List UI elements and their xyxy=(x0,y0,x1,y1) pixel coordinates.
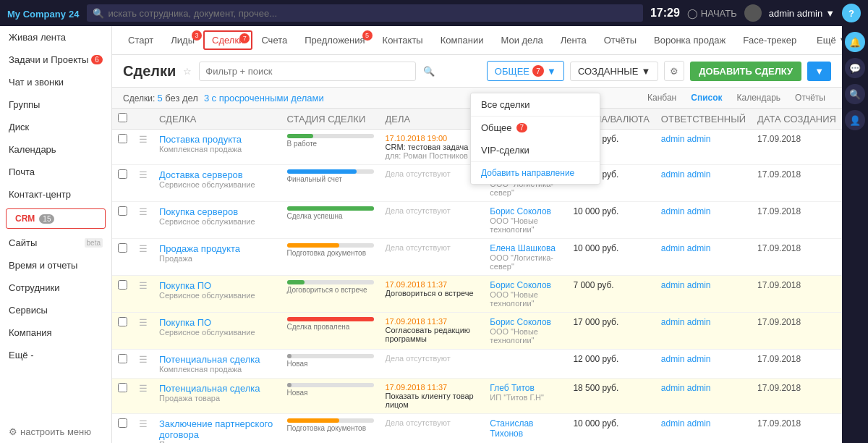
responsible[interactable]: admin admin xyxy=(655,239,752,276)
responsible[interactable]: admin admin xyxy=(655,130,752,165)
deal-name[interactable]: Покупка ПО xyxy=(159,280,276,291)
calendar-view-button[interactable]: Календарь xyxy=(731,90,787,105)
sidebar-item-crm[interactable]: CRM 15 xyxy=(6,208,106,229)
search-icon-right[interactable]: 🔍 xyxy=(845,84,865,104)
responsible[interactable]: admin admin xyxy=(655,379,752,414)
row-checkbox[interactable] xyxy=(118,418,127,428)
user-menu[interactable]: admin admin ▼ xyxy=(769,8,835,19)
sidebar-item-calendar[interactable]: Календарь xyxy=(0,138,111,161)
tab-facetrack[interactable]: Face-трекер xyxy=(734,29,805,51)
client-name[interactable]: Борис Соколов xyxy=(490,280,561,290)
start-timer[interactable]: ◯ НАЧАТЬ xyxy=(687,8,737,19)
row-menu-icon[interactable]: ☰ xyxy=(139,169,148,180)
tab-funnel[interactable]: Воронка продаж xyxy=(645,29,734,51)
sidebar-item-services[interactable]: Сервисы xyxy=(0,299,111,321)
sidebar-item-time[interactable]: Время и отчеты xyxy=(0,254,111,277)
tab-deals[interactable]: Сделки 7 xyxy=(203,30,252,50)
deal-name[interactable]: Покупка ПО xyxy=(159,317,276,328)
favorite-icon[interactable]: ☆ xyxy=(183,66,192,77)
sidebar-item-company[interactable]: Компания xyxy=(0,321,111,344)
task-date[interactable]: 17.09.2018 11:37 xyxy=(386,383,479,392)
dropdown-item-common[interactable]: Общее 7 xyxy=(471,117,600,139)
tab-mydeals[interactable]: Мои дела xyxy=(492,29,551,51)
client-name[interactable]: Елена Шашкова xyxy=(490,243,561,253)
responsible[interactable]: admin admin xyxy=(655,414,752,444)
messages-icon[interactable]: 💬 xyxy=(845,58,865,78)
client-name[interactable]: Станислав Тихонов xyxy=(490,418,561,439)
deal-name[interactable]: Поставка продукта xyxy=(159,134,276,145)
tab-reports[interactable]: Отчёты xyxy=(595,29,645,51)
sidebar-item-chat[interactable]: Чат и звонки xyxy=(0,71,111,93)
tab-contacts[interactable]: Контакты xyxy=(374,29,432,51)
dropdown-item-all[interactable]: Все сделки xyxy=(471,93,600,116)
row-menu-icon[interactable]: ☰ xyxy=(139,354,148,365)
row-menu-icon[interactable]: ☰ xyxy=(139,243,148,254)
row-menu-icon[interactable]: ☰ xyxy=(139,317,148,328)
row-checkbox[interactable] xyxy=(118,169,127,179)
tab-start[interactable]: Старт xyxy=(119,29,162,51)
row-menu-icon[interactable]: ☰ xyxy=(139,134,148,145)
list-view-button[interactable]: Список xyxy=(685,90,728,105)
dropdown-item-vip[interactable]: VIP-сделки xyxy=(471,139,600,161)
responsible[interactable]: admin admin xyxy=(655,276,752,313)
sidebar-item-employees[interactable]: Сотрудники xyxy=(0,277,111,299)
user-icon[interactable]: 👤 xyxy=(845,110,865,130)
task-date[interactable]: 17.09.2018 11:37 xyxy=(386,317,479,326)
global-search[interactable]: 🔍 xyxy=(87,4,643,22)
row-menu-icon[interactable]: ☰ xyxy=(139,383,148,394)
help-button[interactable]: ? xyxy=(842,4,861,22)
deal-name[interactable]: Потенциальная сделка xyxy=(159,383,276,394)
row-menu-icon[interactable]: ☰ xyxy=(139,418,148,429)
overdue-link[interactable]: 3 с просроченными делами xyxy=(204,93,324,104)
row-checkbox[interactable] xyxy=(118,243,127,253)
company-logo[interactable]: My Company 24 xyxy=(7,7,80,20)
common-filter-button[interactable]: ОБЩЕЕ 7 ▼ xyxy=(487,61,564,81)
tab-companies[interactable]: Компании xyxy=(432,29,493,51)
client-name[interactable]: Борис Соколов xyxy=(490,206,561,216)
sidebar-item-mail[interactable]: Почта xyxy=(0,161,111,183)
deal-name[interactable]: Потенциальная сделка xyxy=(159,354,276,365)
tab-more[interactable]: Ещё ▼ xyxy=(808,29,842,51)
task-date[interactable]: 17.10.2018 19:00 xyxy=(386,134,479,143)
deal-name[interactable]: Доставка серверов xyxy=(159,169,276,180)
sidebar-item-sites[interactable]: Сайты beta xyxy=(0,232,111,254)
add-deal-button[interactable]: ДОБАВИТЬ СДЕЛКУ xyxy=(690,62,801,81)
responsible[interactable]: admin admin xyxy=(655,165,752,202)
created-filter-button[interactable]: СОЗДАННЫЕ ▼ xyxy=(570,62,658,81)
sidebar-item-feed[interactable]: Живая лента xyxy=(0,26,111,48)
row-checkbox[interactable] xyxy=(118,317,127,326)
row-menu-icon[interactable]: ☰ xyxy=(139,206,148,217)
row-checkbox[interactable] xyxy=(118,206,127,216)
sidebar-item-groups[interactable]: Группы xyxy=(0,93,111,116)
row-checkbox[interactable] xyxy=(118,280,127,290)
dropdown-add-direction[interactable]: Добавить направление xyxy=(471,162,600,184)
select-all-checkbox[interactable] xyxy=(118,113,127,122)
reports-view-button[interactable]: Отчёты xyxy=(789,90,831,105)
sidebar-item-more[interactable]: Ещё - xyxy=(0,344,111,366)
configure-menu[interactable]: ⚙ настроить меню xyxy=(0,421,111,443)
row-menu-icon[interactable]: ☰ xyxy=(139,280,148,291)
sidebar-item-tasks[interactable]: Задачи и Проекты 6 xyxy=(0,48,111,71)
responsible[interactable]: admin admin xyxy=(655,350,752,379)
tab-feed[interactable]: Лента xyxy=(552,29,595,51)
kanban-view-button[interactable]: Канбан xyxy=(642,90,682,105)
tab-offers[interactable]: Предложения 5 xyxy=(296,29,373,51)
row-checkbox[interactable] xyxy=(118,134,127,143)
add-deal-dropdown[interactable]: ▼ xyxy=(807,62,831,81)
client-name[interactable]: Глеб Титов xyxy=(490,383,561,393)
deal-name[interactable]: Продажа продукта xyxy=(159,243,276,254)
row-checkbox[interactable] xyxy=(118,354,127,363)
task-date[interactable]: 17.09.2018 11:37 xyxy=(386,280,479,289)
filter-input[interactable] xyxy=(199,62,416,81)
sidebar-item-disk[interactable]: Диск xyxy=(0,116,111,138)
row-checkbox[interactable] xyxy=(118,383,127,392)
filter-search-button[interactable]: 🔍 xyxy=(423,66,435,77)
th-date[interactable]: ДАТА СОЗДАНИЯ xyxy=(752,109,842,130)
deal-name[interactable]: Покупка серверов xyxy=(159,206,276,217)
settings-button[interactable]: ⚙ xyxy=(664,61,684,81)
tab-leads[interactable]: Лиды 3 xyxy=(162,29,203,51)
tab-invoices[interactable]: Счета xyxy=(252,29,296,51)
client-name[interactable]: Борис Соколов xyxy=(490,317,561,327)
sidebar-item-contact[interactable]: Контакт-центр xyxy=(0,183,111,206)
responsible[interactable]: admin admin xyxy=(655,313,752,350)
